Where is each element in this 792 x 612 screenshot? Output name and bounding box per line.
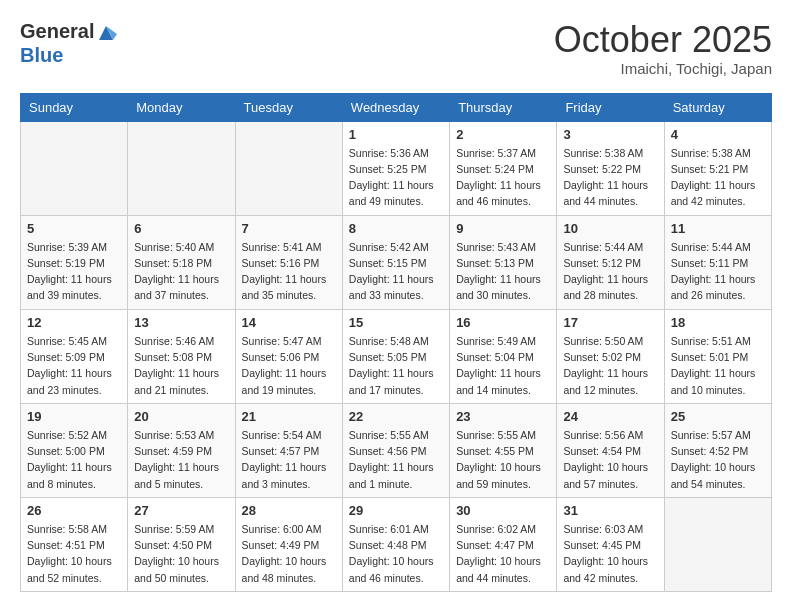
calendar-cell: 30Sunrise: 6:02 AM Sunset: 4:47 PM Dayli…: [450, 497, 557, 591]
day-number: 16: [456, 315, 550, 330]
month-title: October 2025: [554, 20, 772, 60]
calendar-cell: 16Sunrise: 5:49 AM Sunset: 5:04 PM Dayli…: [450, 309, 557, 403]
day-info: Sunrise: 5:43 AM Sunset: 5:13 PM Dayligh…: [456, 239, 550, 304]
day-number: 18: [671, 315, 765, 330]
logo-blue: Blue: [20, 44, 117, 66]
day-info: Sunrise: 5:51 AM Sunset: 5:01 PM Dayligh…: [671, 333, 765, 398]
day-info: Sunrise: 5:57 AM Sunset: 4:52 PM Dayligh…: [671, 427, 765, 492]
day-info: Sunrise: 5:55 AM Sunset: 4:56 PM Dayligh…: [349, 427, 443, 492]
day-number: 11: [671, 221, 765, 236]
day-number: 10: [563, 221, 657, 236]
day-number: 7: [242, 221, 336, 236]
day-number: 12: [27, 315, 121, 330]
calendar-cell: 2Sunrise: 5:37 AM Sunset: 5:24 PM Daylig…: [450, 121, 557, 215]
day-info: Sunrise: 6:00 AM Sunset: 4:49 PM Dayligh…: [242, 521, 336, 586]
calendar-cell: 6Sunrise: 5:40 AM Sunset: 5:18 PM Daylig…: [128, 215, 235, 309]
day-info: Sunrise: 5:55 AM Sunset: 4:55 PM Dayligh…: [456, 427, 550, 492]
day-number: 22: [349, 409, 443, 424]
page-header: General Blue October 2025 Imaichi, Tochi…: [20, 20, 772, 77]
calendar-cell: 28Sunrise: 6:00 AM Sunset: 4:49 PM Dayli…: [235, 497, 342, 591]
calendar-cell: 20Sunrise: 5:53 AM Sunset: 4:59 PM Dayli…: [128, 403, 235, 497]
day-number: 26: [27, 503, 121, 518]
header-monday: Monday: [128, 93, 235, 121]
calendar-table: SundayMondayTuesdayWednesdayThursdayFrid…: [20, 93, 772, 592]
title-block: October 2025 Imaichi, Tochigi, Japan: [554, 20, 772, 77]
day-number: 14: [242, 315, 336, 330]
day-number: 3: [563, 127, 657, 142]
calendar-cell: [235, 121, 342, 215]
day-info: Sunrise: 5:44 AM Sunset: 5:12 PM Dayligh…: [563, 239, 657, 304]
calendar-cell: 22Sunrise: 5:55 AM Sunset: 4:56 PM Dayli…: [342, 403, 449, 497]
calendar-cell: 8Sunrise: 5:42 AM Sunset: 5:15 PM Daylig…: [342, 215, 449, 309]
calendar-cell: 29Sunrise: 6:01 AM Sunset: 4:48 PM Dayli…: [342, 497, 449, 591]
calendar-week-2: 5Sunrise: 5:39 AM Sunset: 5:19 PM Daylig…: [21, 215, 772, 309]
calendar-header-row: SundayMondayTuesdayWednesdayThursdayFrid…: [21, 93, 772, 121]
day-number: 21: [242, 409, 336, 424]
calendar-cell: 19Sunrise: 5:52 AM Sunset: 5:00 PM Dayli…: [21, 403, 128, 497]
calendar-cell: 14Sunrise: 5:47 AM Sunset: 5:06 PM Dayli…: [235, 309, 342, 403]
day-number: 17: [563, 315, 657, 330]
day-info: Sunrise: 5:56 AM Sunset: 4:54 PM Dayligh…: [563, 427, 657, 492]
day-info: Sunrise: 5:48 AM Sunset: 5:05 PM Dayligh…: [349, 333, 443, 398]
calendar-week-1: 1Sunrise: 5:36 AM Sunset: 5:25 PM Daylig…: [21, 121, 772, 215]
day-number: 2: [456, 127, 550, 142]
day-info: Sunrise: 5:38 AM Sunset: 5:22 PM Dayligh…: [563, 145, 657, 210]
header-wednesday: Wednesday: [342, 93, 449, 121]
day-number: 6: [134, 221, 228, 236]
header-thursday: Thursday: [450, 93, 557, 121]
day-number: 20: [134, 409, 228, 424]
day-info: Sunrise: 6:03 AM Sunset: 4:45 PM Dayligh…: [563, 521, 657, 586]
calendar-cell: 13Sunrise: 5:46 AM Sunset: 5:08 PM Dayli…: [128, 309, 235, 403]
day-info: Sunrise: 5:52 AM Sunset: 5:00 PM Dayligh…: [27, 427, 121, 492]
calendar-cell: 24Sunrise: 5:56 AM Sunset: 4:54 PM Dayli…: [557, 403, 664, 497]
day-number: 27: [134, 503, 228, 518]
calendar-cell: 27Sunrise: 5:59 AM Sunset: 4:50 PM Dayli…: [128, 497, 235, 591]
day-info: Sunrise: 5:44 AM Sunset: 5:11 PM Dayligh…: [671, 239, 765, 304]
calendar-cell: 7Sunrise: 5:41 AM Sunset: 5:16 PM Daylig…: [235, 215, 342, 309]
day-info: Sunrise: 5:42 AM Sunset: 5:15 PM Dayligh…: [349, 239, 443, 304]
day-number: 30: [456, 503, 550, 518]
header-friday: Friday: [557, 93, 664, 121]
calendar-cell: 25Sunrise: 5:57 AM Sunset: 4:52 PM Dayli…: [664, 403, 771, 497]
day-number: 31: [563, 503, 657, 518]
day-info: Sunrise: 5:54 AM Sunset: 4:57 PM Dayligh…: [242, 427, 336, 492]
calendar-cell: 1Sunrise: 5:36 AM Sunset: 5:25 PM Daylig…: [342, 121, 449, 215]
calendar-week-4: 19Sunrise: 5:52 AM Sunset: 5:00 PM Dayli…: [21, 403, 772, 497]
day-number: 24: [563, 409, 657, 424]
day-number: 8: [349, 221, 443, 236]
day-info: Sunrise: 5:37 AM Sunset: 5:24 PM Dayligh…: [456, 145, 550, 210]
logo-icon: [95, 22, 117, 44]
header-saturday: Saturday: [664, 93, 771, 121]
day-info: Sunrise: 5:46 AM Sunset: 5:08 PM Dayligh…: [134, 333, 228, 398]
day-info: Sunrise: 6:01 AM Sunset: 4:48 PM Dayligh…: [349, 521, 443, 586]
day-info: Sunrise: 5:39 AM Sunset: 5:19 PM Dayligh…: [27, 239, 121, 304]
logo: General Blue: [20, 20, 117, 66]
day-number: 28: [242, 503, 336, 518]
day-info: Sunrise: 5:59 AM Sunset: 4:50 PM Dayligh…: [134, 521, 228, 586]
calendar-cell: 15Sunrise: 5:48 AM Sunset: 5:05 PM Dayli…: [342, 309, 449, 403]
calendar-cell: 23Sunrise: 5:55 AM Sunset: 4:55 PM Dayli…: [450, 403, 557, 497]
day-info: Sunrise: 5:49 AM Sunset: 5:04 PM Dayligh…: [456, 333, 550, 398]
day-number: 15: [349, 315, 443, 330]
calendar-cell: 12Sunrise: 5:45 AM Sunset: 5:09 PM Dayli…: [21, 309, 128, 403]
day-number: 4: [671, 127, 765, 142]
logo-text: General: [20, 20, 117, 44]
day-info: Sunrise: 5:41 AM Sunset: 5:16 PM Dayligh…: [242, 239, 336, 304]
calendar-cell: 11Sunrise: 5:44 AM Sunset: 5:11 PM Dayli…: [664, 215, 771, 309]
day-number: 5: [27, 221, 121, 236]
calendar-cell: 17Sunrise: 5:50 AM Sunset: 5:02 PM Dayli…: [557, 309, 664, 403]
calendar-cell: 4Sunrise: 5:38 AM Sunset: 5:21 PM Daylig…: [664, 121, 771, 215]
calendar-cell: 3Sunrise: 5:38 AM Sunset: 5:22 PM Daylig…: [557, 121, 664, 215]
day-info: Sunrise: 6:02 AM Sunset: 4:47 PM Dayligh…: [456, 521, 550, 586]
calendar-week-3: 12Sunrise: 5:45 AM Sunset: 5:09 PM Dayli…: [21, 309, 772, 403]
day-info: Sunrise: 5:58 AM Sunset: 4:51 PM Dayligh…: [27, 521, 121, 586]
day-number: 13: [134, 315, 228, 330]
calendar-cell: 26Sunrise: 5:58 AM Sunset: 4:51 PM Dayli…: [21, 497, 128, 591]
day-info: Sunrise: 5:38 AM Sunset: 5:21 PM Dayligh…: [671, 145, 765, 210]
day-info: Sunrise: 5:53 AM Sunset: 4:59 PM Dayligh…: [134, 427, 228, 492]
calendar-cell: [21, 121, 128, 215]
calendar-cell: 31Sunrise: 6:03 AM Sunset: 4:45 PM Dayli…: [557, 497, 664, 591]
day-info: Sunrise: 5:40 AM Sunset: 5:18 PM Dayligh…: [134, 239, 228, 304]
day-number: 9: [456, 221, 550, 236]
calendar-cell: [664, 497, 771, 591]
